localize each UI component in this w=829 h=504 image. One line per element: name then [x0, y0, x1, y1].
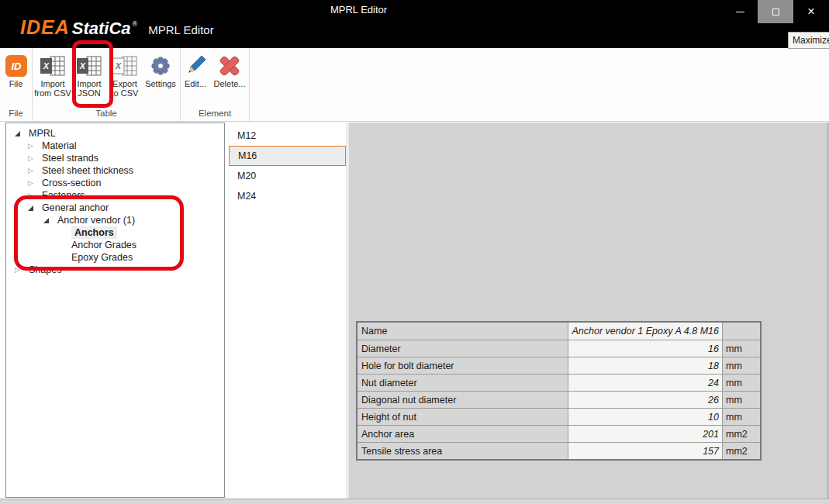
ribbon-group-label-table: Table [33, 109, 180, 121]
property-unit: mm [723, 409, 760, 425]
property-name: Height of nut [358, 409, 568, 425]
tree-item-label: MPRL [29, 128, 56, 139]
export-to-csv-button[interactable]: X Export to CSV [107, 53, 143, 98]
mprl-tree-panel: MPRL Material Steel strands Steel sheet … [5, 123, 225, 498]
idea-file-icon: ID [5, 53, 28, 79]
tree-item-label: Anchor vendor (1) [57, 215, 135, 226]
property-unit: mm [723, 392, 760, 408]
tree-item-cross-section[interactable]: Cross-section [6, 177, 224, 189]
property-name: Anchor area [358, 426, 568, 442]
excel-export-csv-icon: X [112, 53, 138, 79]
property-unit: mm2 [723, 426, 760, 442]
svg-text:X: X [79, 61, 86, 71]
titlebar: MPRL Editor IDEA StatiCa ® MPRL Editor × [0, 0, 829, 48]
button-label: Edit... [185, 79, 206, 88]
tree-item-shapes[interactable]: Shapes [6, 264, 224, 276]
tree-item-label: Steel sheet thickness [42, 165, 133, 176]
tree-collapsed-icon[interactable] [15, 267, 29, 274]
file-button[interactable]: ID File [1, 53, 32, 88]
tree-collapsed-icon[interactable] [28, 192, 42, 199]
list-item-m16-selected[interactable]: M16 [229, 146, 346, 166]
tree-collapsed-icon[interactable] [28, 167, 42, 174]
button-label: JSON [78, 88, 100, 98]
property-name: Name [358, 323, 568, 340]
tree-item-fasteners[interactable]: Fasteners [6, 189, 224, 202]
table-row: Height of nut 10 mm [358, 408, 760, 425]
ribbon-group-table: X Import from CSV X Import JSON [33, 48, 181, 121]
tree-item-anchor-grades[interactable]: Anchor Grades [6, 239, 224, 251]
list-item-m20[interactable]: M20 [229, 166, 346, 186]
button-label: Import [40, 79, 64, 88]
delete-button[interactable]: Delete... [210, 53, 249, 88]
ribbon-group-label-element: Element [181, 109, 249, 121]
edit-button[interactable]: Edit... [181, 53, 210, 88]
tree-expanded-icon[interactable] [43, 218, 57, 223]
anchor-size-list: M12 M16 M20 M24 [229, 123, 346, 499]
tree-collapsed-icon[interactable] [28, 143, 42, 150]
ribbon-group-label-file: File [0, 109, 32, 121]
settings-button[interactable]: Settings [143, 53, 178, 88]
import-from-csv-button[interactable]: X Import from CSV [34, 53, 71, 98]
property-unit: mm2 [723, 443, 760, 459]
property-value[interactable]: 16 [568, 340, 723, 357]
tree-expanded-icon[interactable] [15, 131, 29, 136]
tree-item-anchors[interactable]: Anchors [6, 226, 224, 239]
registered-mark: ® [133, 20, 138, 28]
close-icon: × [807, 5, 814, 18]
property-name: Tensile stress area [358, 443, 568, 459]
import-json-button[interactable]: X Import JSON [71, 53, 107, 98]
button-label: Import [77, 79, 101, 88]
tree-collapsed-icon[interactable] [28, 155, 42, 162]
table-row: Diameter 16 mm [358, 340, 760, 357]
close-button[interactable]: × [793, 0, 829, 23]
list-item-m24[interactable]: M24 [229, 186, 346, 206]
window-bottom-border [0, 499, 829, 504]
property-value[interactable]: 24 [568, 375, 723, 391]
tree-collapsed-icon[interactable] [28, 180, 42, 187]
table-row: Nut diameter 24 mm [358, 374, 760, 391]
tree-item-label: Epoxy Grades [71, 252, 133, 263]
button-label: Export [112, 79, 137, 88]
button-label: Delete... [214, 79, 246, 88]
ribbon-group-file: ID File File [0, 48, 33, 121]
tree-item-anchor-vendor-1[interactable]: Anchor vendor (1) [6, 214, 224, 226]
maximize-tooltip: Maximize [788, 32, 829, 49]
list-item-m12[interactable]: M12 [229, 126, 346, 146]
tree-item-label: Material [42, 140, 76, 151]
delete-cross-icon [217, 53, 242, 79]
property-value[interactable]: 26 [568, 392, 723, 408]
ribbon-toolbar: ID File File X Import from CSV [0, 48, 829, 122]
maximize-button[interactable] [758, 0, 793, 23]
property-name: Diameter [358, 340, 568, 357]
gear-icon [149, 53, 172, 79]
tree-item-steel-sheet-thickness[interactable]: Steel sheet thickness [6, 164, 224, 177]
button-label: from CSV [34, 88, 71, 98]
svg-text:X: X [115, 61, 122, 71]
property-unit: mm [723, 340, 760, 357]
property-value[interactable]: 157 [568, 443, 723, 459]
table-row: Tensile stress area 157 mm2 [358, 442, 760, 459]
table-row: Diagonal nut diameter 26 mm [358, 391, 760, 408]
anchor-properties-table: Name Anchor vendor 1 Epoxy A 4.8 M16 Dia… [356, 321, 762, 461]
property-value[interactable]: Anchor vendor 1 Epoxy A 4.8 M16 [568, 323, 723, 340]
button-label: to CSV [112, 88, 139, 98]
tree-item-material[interactable]: Material [6, 140, 224, 152]
tree-item-steel-strands[interactable]: Steel strands [6, 152, 224, 164]
tree-item-label: Cross-section [42, 178, 101, 188]
tree-item-general-anchor[interactable]: General anchor [6, 202, 224, 214]
file-button-label: File [9, 79, 23, 88]
property-value[interactable]: 18 [568, 357, 723, 374]
svg-text:X: X [43, 61, 50, 71]
tree-expanded-icon[interactable] [28, 205, 42, 211]
table-row: Hole for bolt diameter 18 mm [358, 357, 760, 374]
window-controls: × [722, 0, 829, 23]
property-value[interactable]: 10 [568, 409, 723, 425]
tree-item-epoxy-grades[interactable]: Epoxy Grades [6, 251, 224, 264]
property-value[interactable]: 201 [568, 426, 723, 442]
property-name: Diagonal nut diameter [358, 392, 568, 408]
tree-item-mprl[interactable]: MPRL [6, 127, 224, 140]
minimize-button[interactable] [722, 0, 758, 23]
table-row: Anchor area 201 mm2 [358, 425, 760, 442]
property-unit: mm [723, 375, 760, 391]
property-name: Hole for bolt diameter [358, 357, 568, 374]
